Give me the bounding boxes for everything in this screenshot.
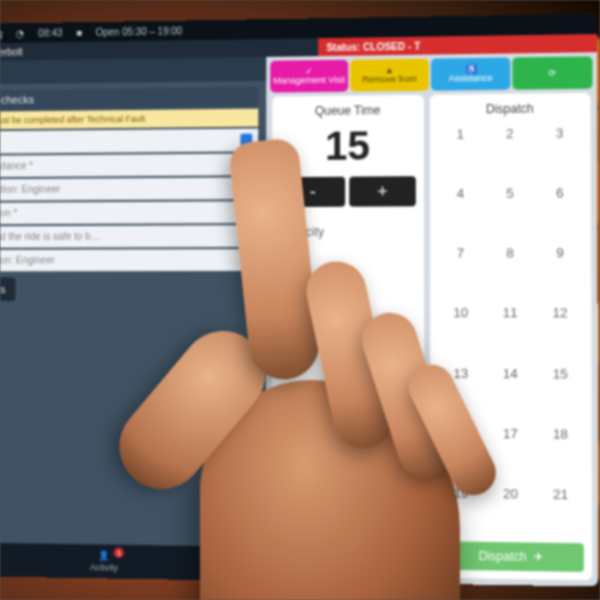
submit-checks-button[interactable]: it checks <box>0 277 15 301</box>
bottom-nav: 👤 Activity 1 <box>0 542 266 581</box>
dispatch-cell[interactable]: 19 <box>438 481 484 536</box>
checkbox-icon[interactable] <box>240 134 252 146</box>
status-open-icon: ■ <box>76 27 82 38</box>
dispatch-label: Dispatch <box>438 101 583 117</box>
dispatch-cell[interactable]: 3 <box>537 121 583 175</box>
check-row[interactable]: authorisation: Engineer <box>0 177 258 201</box>
check-row[interactable]: e resolution * <box>0 201 258 224</box>
check-row-label: nfirms that the ride is safe to b… <box>0 231 100 242</box>
nav-badge: 1 <box>114 548 124 558</box>
quick-actions: ✓Management Visit ▲Remove from ♿Assistan… <box>266 52 597 96</box>
action-remove[interactable]: ▲Remove from <box>350 59 429 92</box>
dispatch-cell[interactable]: 10 <box>438 301 483 355</box>
check-row-label: y in attendance * <box>0 160 33 171</box>
ride-name: Thunderbolt <box>0 46 23 57</box>
check-row-label: Present * <box>0 136 1 147</box>
dispatch-cell[interactable]: 14 <box>488 361 534 415</box>
check-row-label: authorisation: Engineer <box>0 184 60 195</box>
nav-item-activity[interactable]: 👤 Activity 1 <box>90 550 118 572</box>
queue-time-value: 15 <box>280 123 415 169</box>
check-row[interactable]: Present * <box>0 129 258 154</box>
tablet-screen: Fri, 19 Aug ◔ 08:43 ■ Open 05:30 – 19:00… <box>0 14 599 587</box>
dispatch-cell[interactable]: 15 <box>537 362 583 416</box>
dispatch-cell[interactable]: 5 <box>487 182 533 236</box>
dispatch-cell[interactable]: 13 <box>438 361 483 415</box>
user-icon: 👤 <box>99 550 110 560</box>
action-extra[interactable]: ⟳ <box>512 56 592 89</box>
dispatch-cell[interactable]: 7 <box>438 242 483 296</box>
capacity-label: capacity <box>280 224 416 239</box>
status-date: Fri, 19 Aug <box>0 28 3 39</box>
queue-plus-button[interactable]: + <box>350 176 416 207</box>
fault-checks-note: checks must be completed after Technical… <box>0 109 258 130</box>
nav-label: Activity <box>90 562 118 572</box>
dispatch-button[interactable]: Dispatch✈ <box>438 541 584 572</box>
dispatch-cell[interactable]: 6 <box>537 181 583 235</box>
queue-time-label: Queue Time <box>280 103 415 118</box>
dispatch-cell[interactable]: 18 <box>537 422 583 477</box>
operations-panel: ✓Management Visit ▲Remove from ♿Assistan… <box>266 52 599 586</box>
status-clock-icon: ◔ <box>16 28 25 39</box>
check-row-label: uthorisation: Engineer <box>0 255 55 266</box>
action-assistance[interactable]: ♿Assistance <box>431 57 510 90</box>
dispatch-grid: 1 2 3 4 5 6 7 8 9 10 11 12 13 <box>438 121 584 537</box>
queue-minus-button[interactable]: - <box>280 177 345 207</box>
check-row[interactable]: nfirms that the ride is safe to b… <box>0 225 258 248</box>
dispatch-cell[interactable]: 1 <box>438 122 483 176</box>
action-management-visit[interactable]: ✓Management Visit <box>270 60 348 93</box>
queue-time-card: Queue Time 15 - + capacity <box>272 95 424 578</box>
check-row-label: e resolution * <box>0 207 17 218</box>
dispatch-cell[interactable]: 20 <box>488 482 534 537</box>
dispatch-cell[interactable]: 16 <box>438 421 484 475</box>
fault-checks-title: cal fault checks <box>0 87 258 110</box>
check-row[interactable]: y in attendance * <box>0 153 258 177</box>
dispatch-cell[interactable]: 21 <box>538 482 584 537</box>
dispatch-cell[interactable]: 2 <box>487 122 533 176</box>
send-icon: ✈ <box>533 550 543 564</box>
dispatch-card: Dispatch 1 2 3 4 5 6 7 8 9 10 11 <box>430 93 593 581</box>
dispatch-cell[interactable]: 9 <box>537 241 583 295</box>
checks-panel: ecks cal fault checks checks must be com… <box>0 57 266 581</box>
status-time: 08:43 <box>38 27 62 38</box>
dispatch-cell[interactable]: 11 <box>487 301 533 355</box>
dispatch-cell[interactable]: 17 <box>488 421 534 476</box>
dispatch-cell[interactable]: 8 <box>487 241 533 295</box>
dispatch-cell[interactable]: 4 <box>438 182 483 236</box>
dispatch-cell[interactable]: 12 <box>537 301 583 355</box>
check-row[interactable]: uthorisation: Engineer <box>0 249 258 271</box>
status-open-hours: Open 05:30 – 19:00 <box>96 25 183 37</box>
